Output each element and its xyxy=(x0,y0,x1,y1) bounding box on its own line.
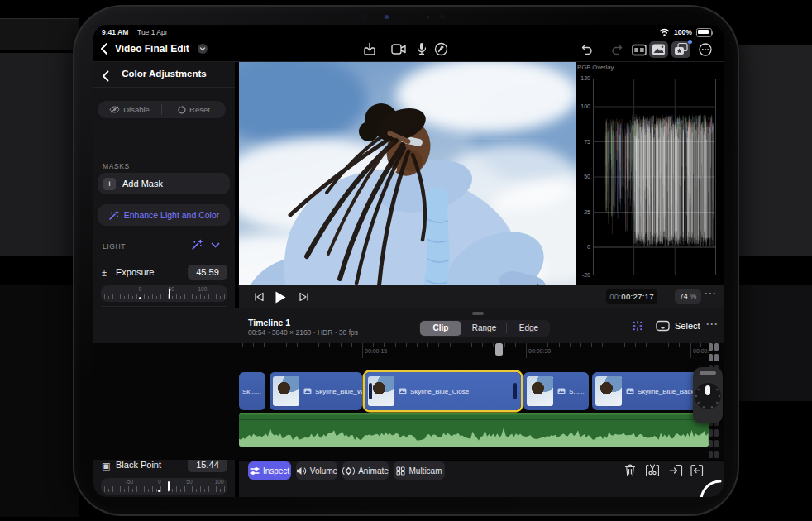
back-chevron-icon[interactable] xyxy=(100,42,108,55)
timeline-header: Timeline 1 00:54 · 3840 × 2160 · HDR · 3… xyxy=(93,308,724,343)
ruler-minor-tick xyxy=(471,343,472,347)
project-title[interactable]: Video Final Edit xyxy=(115,43,189,55)
select-label[interactable]: Select xyxy=(675,321,700,331)
mic-icon[interactable] xyxy=(417,42,427,56)
inspect-button[interactable]: Inspect xyxy=(248,461,291,480)
timeline-clip[interactable]: Sk...... xyxy=(239,372,265,410)
jog-dial[interactable] xyxy=(694,379,722,412)
pencil-icon[interactable] xyxy=(434,42,448,56)
ruler-minor-tick xyxy=(624,343,625,347)
ruler-minor-tick xyxy=(395,343,396,347)
select-tool-icon[interactable] xyxy=(656,320,670,332)
ruler-minor-tick xyxy=(308,343,308,347)
timeline-clip[interactable]: Skyline_Blue_Background xyxy=(592,372,709,410)
ruler-time-label: 00:00:45 xyxy=(693,348,709,354)
undo-icon[interactable] xyxy=(580,43,594,56)
camera-icon[interactable] xyxy=(391,44,407,55)
ruler-tick xyxy=(204,489,205,492)
more-icon[interactable] xyxy=(699,43,712,56)
slider-value[interactable]: 45.59 xyxy=(188,265,227,280)
segment-divider xyxy=(506,323,507,333)
ruler-tick xyxy=(120,486,121,492)
corner-arc xyxy=(697,478,724,497)
ruler-tick xyxy=(180,296,181,299)
timeline-more-icon[interactable]: ··· xyxy=(706,318,719,330)
title-chevron-icon[interactable] xyxy=(198,44,208,54)
mode-clip[interactable]: Clip xyxy=(420,321,461,336)
jog-wheel[interactable] xyxy=(693,367,723,423)
photos-icon[interactable] xyxy=(649,41,668,58)
scroll-track-segment[interactable] xyxy=(709,451,713,458)
scissors-icon[interactable] xyxy=(646,464,659,477)
timeline-drag-handle[interactable] xyxy=(472,312,484,315)
scroll-track-segment[interactable] xyxy=(714,440,719,447)
magnetic-timeline-icon[interactable] xyxy=(631,319,644,332)
timecode-display[interactable]: 00:00:27:17 xyxy=(606,289,657,304)
video-preview[interactable] xyxy=(239,62,576,285)
redo-icon[interactable] xyxy=(610,43,623,56)
zoom-level[interactable]: 74 % xyxy=(675,289,701,304)
skip-forward-icon[interactable] xyxy=(299,292,309,302)
volume-icon xyxy=(296,466,307,476)
ruler-tick xyxy=(196,489,197,492)
ruler-minor-tick xyxy=(264,343,265,347)
ruler-minor-tick xyxy=(253,343,254,347)
viewer-more-icon[interactable]: ··· xyxy=(705,288,717,299)
ruler-minor-tick xyxy=(679,343,680,347)
ruler-tick xyxy=(165,296,165,299)
ruler-tick xyxy=(144,486,145,492)
slider-thumb[interactable] xyxy=(169,289,170,299)
ruler-tick xyxy=(189,489,189,492)
ruler-minor-tick xyxy=(614,343,614,347)
ruler-tick xyxy=(120,294,121,299)
effects-icon[interactable] xyxy=(671,41,690,58)
timeline-ruler[interactable]: 00:00:1500:00:3000:00:45 xyxy=(239,343,709,358)
scroll-track-segment[interactable] xyxy=(709,354,713,361)
ruler-minor-tick xyxy=(242,343,243,347)
scroll-track-segment[interactable] xyxy=(714,354,719,361)
scroll-track-segment[interactable] xyxy=(714,451,719,458)
slider-name: Black Point xyxy=(116,460,161,470)
multicam-button[interactable]: Multicam xyxy=(394,461,445,480)
trash-icon[interactable] xyxy=(624,464,636,477)
timeline-clip[interactable]: S...... xyxy=(523,372,589,410)
background-window xyxy=(0,285,79,517)
scope-axis-label: 25 xyxy=(576,209,590,215)
ruler-tick xyxy=(192,486,193,492)
clip-media-icon xyxy=(626,388,634,394)
scroll-track-segment[interactable] xyxy=(714,429,719,437)
scroll-track-segment[interactable] xyxy=(709,343,713,351)
scroll-track-segment[interactable] xyxy=(709,429,713,437)
clip-label: Sk...... xyxy=(242,388,261,395)
timeline-title: Timeline 1 xyxy=(248,318,290,327)
ruler-minor-tick xyxy=(635,343,636,347)
timeline-clip[interactable]: Skyline_Blue_Wide xyxy=(270,372,362,410)
overwrite-icon[interactable] xyxy=(690,464,704,477)
ruler-tick xyxy=(176,294,177,299)
skip-back-icon[interactable] xyxy=(254,292,265,302)
mode-edge[interactable]: Edge xyxy=(507,320,551,337)
mode-range[interactable]: Range xyxy=(462,320,506,337)
scroll-track-segment[interactable] xyxy=(709,440,713,447)
ruler-tick xyxy=(112,486,113,492)
playhead-line xyxy=(499,353,500,460)
play-button[interactable] xyxy=(275,291,286,304)
volume-button[interactable]: Volume xyxy=(296,461,337,480)
insert-icon[interactable] xyxy=(670,464,683,477)
ruler-label: 0 xyxy=(139,286,142,292)
trim-handle-right[interactable] xyxy=(513,383,517,399)
audio-track[interactable] xyxy=(239,413,709,447)
slider-thumb[interactable] xyxy=(168,481,170,491)
slider-ruler[interactable]: 050100 xyxy=(101,285,227,302)
ruler-minor-tick xyxy=(537,343,537,347)
slider-ruler[interactable]: -50050100 xyxy=(101,478,227,495)
ruler-label: 100 xyxy=(215,479,224,485)
jog-wheel-handle[interactable] xyxy=(700,371,716,375)
animate-button[interactable]: Animate xyxy=(342,461,389,480)
inspector-icon[interactable] xyxy=(632,44,647,56)
bezel-sensor-dot xyxy=(427,16,429,18)
trim-handle-left[interactable] xyxy=(369,383,372,399)
export-icon[interactable] xyxy=(363,42,376,56)
ruler-minor-tick xyxy=(570,343,571,347)
scroll-track-segment[interactable] xyxy=(714,343,719,351)
